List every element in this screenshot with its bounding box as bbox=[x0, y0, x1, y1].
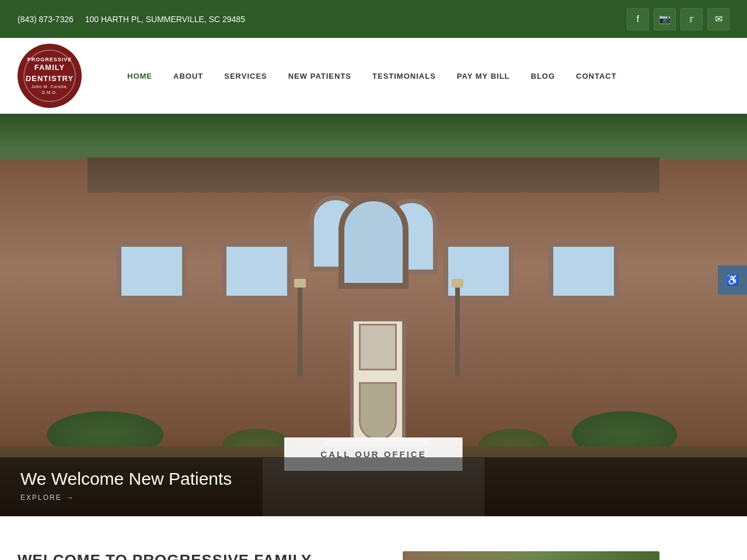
nav-bar: PROGRESSIVE FAMILY DENTISTRY John M. Cor… bbox=[0, 38, 747, 114]
nav-item-home[interactable]: HOME bbox=[117, 66, 163, 86]
logo-line2: FAMILY bbox=[34, 64, 65, 72]
nav-item-contact[interactable]: CONTACT bbox=[566, 66, 627, 86]
logo-line3: DENTISTRY bbox=[26, 75, 74, 83]
welcome-right bbox=[403, 551, 659, 560]
explore-link[interactable]: EXPLORE → bbox=[20, 494, 727, 502]
hero-section: 1 0 0 CALL OUR OFFICE We Welcome New Pat… bbox=[0, 114, 747, 516]
address: 100 HARTH PL, SUMMERVILLE, SC 29485 bbox=[85, 15, 245, 24]
accessibility-icon: ♿ bbox=[726, 274, 739, 286]
nav-item-blog[interactable]: BLOG bbox=[521, 66, 566, 86]
explore-label: EXPLORE bbox=[20, 494, 62, 502]
logo[interactable]: PROGRESSIVE FAMILY DENTISTRY John M. Cor… bbox=[18, 44, 82, 108]
instagram-icon[interactable]: 📷 bbox=[654, 8, 676, 30]
logo-circle: PROGRESSIVE FAMILY DENTISTRY John M. Cor… bbox=[18, 44, 82, 108]
nav-item-services[interactable]: SERVICES bbox=[214, 66, 278, 86]
explore-arrow: → bbox=[67, 494, 75, 502]
logo-line5: D.M.D. bbox=[42, 90, 57, 96]
welcome-image bbox=[403, 551, 659, 560]
nav-item-pay-bill[interactable]: PAY MY BILL bbox=[446, 66, 521, 86]
logo-line1: PROGRESSIVE bbox=[27, 57, 72, 63]
logo-line4: John M. Corella, bbox=[32, 84, 68, 90]
email-icon[interactable]: ✉ bbox=[707, 8, 729, 30]
hero-bottom-bar: We Welcome New Patients EXPLORE → bbox=[0, 457, 747, 516]
accessibility-button[interactable]: ♿ bbox=[718, 265, 747, 295]
welcome-left: WELCOME TO PROGRESSIVE FAMILY DENTISTRY … bbox=[18, 551, 379, 560]
welcome-section: WELCOME TO PROGRESSIVE FAMILY DENTISTRY … bbox=[0, 516, 747, 560]
facebook-icon[interactable]: f bbox=[627, 8, 649, 30]
nav-item-new-patients[interactable]: NEW PATIENTS bbox=[278, 66, 362, 86]
phone-number[interactable]: (843) 873-7326 bbox=[18, 15, 74, 24]
main-nav: HOME ABOUT SERVICES NEW PATIENTS TESTIMO… bbox=[117, 66, 729, 86]
social-links: f 📷 𝕣 ✉ bbox=[627, 8, 729, 30]
top-bar: (843) 873-7326 100 HARTH PL, SUMMERVILLE… bbox=[0, 0, 747, 38]
nav-item-about[interactable]: ABOUT bbox=[163, 66, 214, 86]
nav-item-testimonials[interactable]: TESTIMONIALS bbox=[362, 66, 446, 86]
hero-heading: We Welcome New Patients bbox=[20, 469, 727, 489]
top-bar-contact: (843) 873-7326 100 HARTH PL, SUMMERVILLE… bbox=[18, 15, 245, 24]
welcome-heading: WELCOME TO PROGRESSIVE FAMILY DENTISTRY bbox=[18, 551, 379, 560]
twitter-icon[interactable]: 𝕣 bbox=[680, 8, 703, 30]
